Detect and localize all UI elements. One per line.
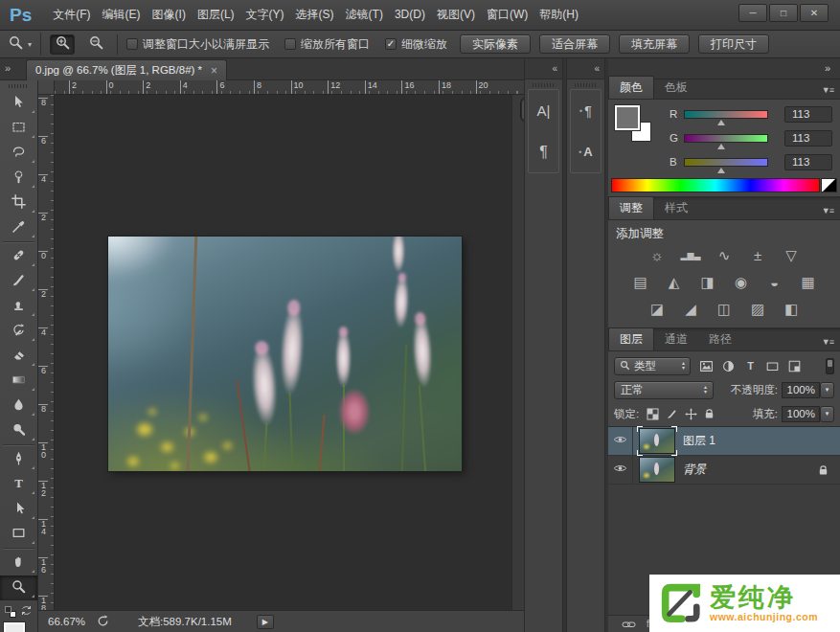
zoom-tool[interactable] [0,576,37,600]
adjust-tab-样式[interactable]: 样式 [654,197,698,219]
color-lookup-icon[interactable]: ▦ [796,272,820,292]
path-selection-tool[interactable] [0,497,37,522]
adjust-tab-调整[interactable]: 调整 [608,196,654,219]
character-styles-panel-button[interactable]: ▪A [571,131,601,172]
type-tool[interactable]: T [0,472,37,497]
crop-tool[interactable] [0,191,37,215]
photo-canvas[interactable] [108,237,462,471]
options-button-1[interactable]: 实际像素 [460,34,531,54]
option-toggle-2[interactable]: 缩放所有窗口 [284,36,370,53]
paragraph-panel-button[interactable]: ¶ [529,131,558,172]
layer-filter-toggle[interactable] [826,358,834,374]
exposure-icon[interactable]: ± [746,245,770,265]
layer-thumbnail[interactable] [640,429,674,453]
menu-item-9[interactable]: 视图(V) [431,0,481,30]
shape-filter-button[interactable] [762,357,782,375]
channel-value-field[interactable]: 113 [784,106,832,123]
hand-tool[interactable] [0,551,37,576]
rectangular-marquee-tool[interactable] [0,116,37,141]
layers-tab-通道[interactable]: 通道 [654,328,698,350]
horizontal-ruler[interactable]: 202468101214161820 [55,80,524,95]
menu-item-3[interactable]: 图像(I) [147,0,192,30]
menu-item-10[interactable]: 窗口(W) [481,0,534,30]
strip-grip[interactable] [575,83,597,87]
foreground-color-swatch[interactable] [4,622,25,632]
photo-filter-icon[interactable]: ◉ [729,272,753,292]
blur-tool[interactable] [0,394,37,418]
vertical-ruler[interactable]: 8642024681012141618 [38,95,55,610]
channel-value-field[interactable]: 113 [784,154,832,170]
minimize-button[interactable]: ─ [738,4,767,22]
clone-stamp-tool[interactable] [0,294,37,319]
checkbox-icon[interactable] [126,38,138,50]
fill-dropdown-button[interactable]: ▾ [820,406,834,422]
status-options-button[interactable]: ▶ [257,615,274,629]
channel-value-field[interactable]: 113 [784,130,832,147]
black-white-icon[interactable]: ◨ [695,272,719,292]
swap-colors-icon[interactable] [20,605,33,619]
channel-mixer-icon[interactable]: ◒ [762,272,786,292]
gradient-tool[interactable] [0,369,37,394]
strip-grip[interactable] [533,83,555,87]
visibility-toggle[interactable] [608,427,633,455]
quick-selection-tool[interactable] [0,166,37,191]
history-brush-tool[interactable] [0,319,37,344]
paragraph-styles-panel-button[interactable]: ▪¶ [571,90,601,131]
layers-tab-图层[interactable]: 图层 [608,327,654,350]
gradient-map-icon[interactable]: ◧ [780,299,804,319]
eraser-tool[interactable] [0,344,37,369]
blend-mode-select[interactable]: 正常 ▴▾ [614,381,714,399]
opacity-value[interactable]: 100% [782,382,820,398]
expand-panel-icon[interactable]: « [552,63,557,74]
channel-slider[interactable] [684,110,768,119]
checkbox-icon[interactable] [284,38,296,50]
visibility-toggle[interactable] [608,456,633,484]
layers-tab-路径[interactable]: 路径 [698,328,742,350]
lock-transparent-pixels-button[interactable] [647,408,659,420]
rectangle-shape-tool[interactable] [0,522,37,547]
pixel-filter-button[interactable]: / [696,357,715,375]
panel-menu-icon[interactable]: ▼≡ [822,206,840,219]
color-tab-颜色[interactable]: 颜色 [608,76,654,99]
vibrance-icon[interactable]: ▽ [780,245,804,265]
character-panel-button[interactable]: A| [529,90,558,131]
channel-slider[interactable] [684,134,768,143]
chevron-down-icon[interactable]: ▾ [28,40,32,49]
close-tab-icon[interactable]: × [211,65,217,77]
option-toggle-1[interactable]: 调整窗口大小以满屏显示 [126,36,269,53]
spectrum-bw-swatch[interactable] [821,178,837,192]
panel-menu-icon[interactable]: ▼≡ [822,85,840,99]
expand-panel-icon[interactable]: « [594,63,600,74]
channel-slider[interactable] [684,158,768,167]
collapse-panels-icon[interactable]: » [825,62,830,74]
link-layers-icon[interactable] [622,620,636,629]
posterize-icon[interactable]: ◢ [679,299,703,319]
tools-grip[interactable] [9,84,29,88]
curves-icon[interactable]: ∿ [713,245,737,265]
zoom-out-button[interactable] [83,34,108,55]
canvas-pasteboard[interactable] [55,95,511,610]
eyedropper-tool[interactable] [0,215,37,240]
options-button-2[interactable]: 适合屏幕 [539,34,610,54]
brightness-contrast-icon[interactable]: ☼ [646,245,670,265]
fill-value[interactable]: 100% [782,406,820,422]
dodge-tool[interactable] [0,418,37,443]
panel-menu-icon[interactable]: ▼≡ [822,337,840,350]
selective-color-icon[interactable]: ▨ [746,299,770,319]
layer-filter-type-select[interactable]: 类型 ▴▾ [614,357,691,375]
levels-icon[interactable]: ▂▆▃ [679,245,703,265]
tool-preset-picker[interactable]: ▾ [8,33,41,56]
menu-item-1[interactable]: 文件(F) [47,0,96,30]
slider-thumb-icon[interactable] [717,140,725,149]
lock-position-button[interactable] [685,408,697,420]
menu-item-4[interactable]: 图层(L) [192,0,240,30]
menu-item-8[interactable]: 3D(D) [389,0,431,30]
invert-icon[interactable]: ◪ [646,299,670,319]
tools-collapse-icon[interactable]: » [5,62,11,74]
hue-saturation-icon[interactable]: ▤ [628,272,652,292]
options-button-3[interactable]: 填充屏幕 [619,34,690,54]
color-balance-icon[interactable]: ◭ [662,272,686,292]
foreground-color-well[interactable] [615,105,640,130]
menu-item-11[interactable]: 帮助(H) [534,0,584,30]
refresh-icon[interactable] [97,615,109,629]
